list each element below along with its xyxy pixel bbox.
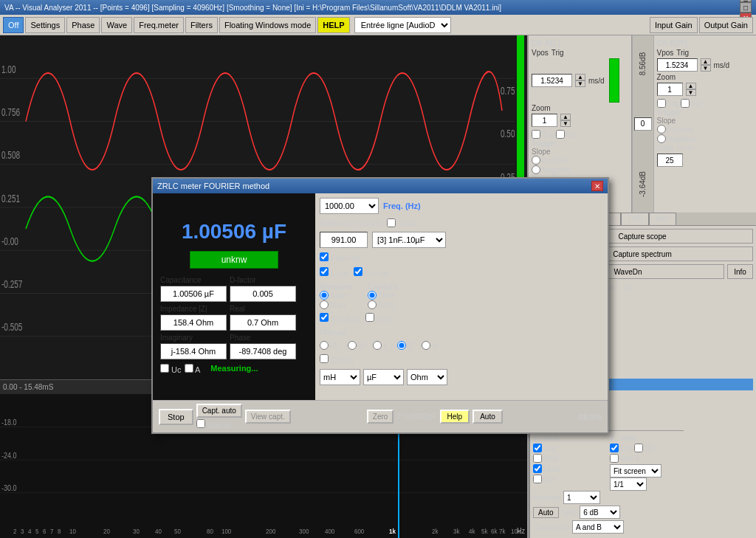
unit2-select[interactable]: µF [363, 369, 404, 385]
zrlc-display-area: 1.00506 µF unknw Capacitance D-factor Im… [153, 193, 315, 400]
zrlc-close-button[interactable]: ✕ [591, 181, 603, 191]
zero-button[interactable]: Zero [367, 410, 394, 424]
ratio-select[interactable]: 1/1 [610, 477, 647, 491]
capture-freq-radio[interactable] [368, 300, 377, 309]
chb-deltath-input[interactable] [657, 154, 683, 167]
floating-button[interactable]: Floating Windows mode [219, 17, 316, 33]
wave-button[interactable]: Wave [101, 17, 132, 33]
x-log-checkbox[interactable] [610, 444, 619, 452]
cha-ms-down[interactable]: ▼ [575, 80, 585, 87]
y-info-checkbox[interactable] [533, 475, 542, 483]
imaginary-input[interactable] [160, 343, 227, 359]
c-radio[interactable] [397, 341, 406, 350]
circuit-checkbox[interactable] [320, 354, 329, 363]
info-button[interactable]: Info [727, 264, 753, 279]
svg-text:1.00: 1.00 [1, 63, 16, 75]
chb-negative-radio[interactable] [657, 134, 666, 143]
imaginary-group: Imaginary [160, 334, 227, 359]
x-truex-checkbox[interactable] [610, 454, 619, 463]
step-select[interactable]: 6 dB [580, 506, 620, 519]
y-log-checkbox[interactable] [533, 444, 542, 452]
chb-trig-checkbox[interactable] [657, 99, 666, 108]
filter-on-checkbox[interactable] [320, 252, 329, 261]
cha-zoom-down[interactable]: ▼ [560, 120, 571, 127]
maximize-button[interactable]: □ [740, 2, 752, 13]
avg-select[interactable]: 1 [563, 491, 600, 504]
real-input[interactable] [230, 314, 296, 331]
output-gain-button[interactable]: Output Gain [699, 17, 753, 33]
tab-imd[interactable]: IMD [649, 213, 676, 225]
cha-negative-radio[interactable] [532, 165, 540, 174]
a-checkbox[interactable] [185, 364, 193, 373]
freq-select[interactable]: 1000.00 [320, 198, 379, 214]
view-capt-button[interactable]: View capt. [245, 410, 291, 424]
uc-checkbox[interactable] [160, 364, 169, 373]
help-button[interactable]: HELP [317, 17, 349, 33]
freqmeter-button[interactable]: Freq.meter [134, 17, 184, 33]
used-value: 32 [624, 283, 632, 292]
y-lines-checkbox[interactable] [533, 464, 542, 473]
ref-select[interactable]: [3] 1nF..10µF [372, 232, 446, 248]
v-radio[interactable] [422, 341, 430, 350]
cha-positive-radio[interactable] [532, 156, 540, 165]
ref-input[interactable] [320, 232, 368, 248]
chb-ms-down[interactable]: ▼ [701, 65, 711, 72]
cha-inv-checkbox[interactable] [556, 130, 565, 139]
zrlc-help-button[interactable]: Help [440, 410, 470, 424]
serpar-checkbox[interactable] [320, 313, 329, 322]
chb-inv-checkbox[interactable] [681, 99, 690, 108]
serpar-label: Ser./par. [331, 314, 361, 323]
unit1-select[interactable]: mH [320, 369, 360, 385]
measure-auto-radio[interactable] [320, 291, 329, 300]
cha-db-input[interactable] [634, 117, 652, 131]
svg-text:0.508: 0.508 [1, 150, 20, 162]
measuring-label: Measuring... [210, 364, 258, 374]
unit3-select[interactable]: Ohm [407, 369, 447, 385]
r-radio[interactable] [348, 341, 357, 350]
l-radio[interactable] [373, 341, 382, 350]
cha-zoom-input[interactable] [532, 114, 557, 127]
capture-time-radio[interactable] [368, 291, 377, 300]
input-gain-button[interactable]: Input Gain [650, 17, 698, 33]
channels-select[interactable]: A and B [572, 520, 624, 534]
loop-label-wrap: Loop [320, 267, 349, 277]
x-axis-title: X - axis [610, 434, 681, 442]
cha-ms-input[interactable] [532, 74, 572, 87]
dfactor-input[interactable] [230, 286, 296, 302]
fit-select[interactable]: Fit screen [610, 464, 662, 477]
chb-zoom-input[interactable] [657, 83, 683, 96]
step-row: Auto Step 6 dB [533, 506, 681, 519]
filters-button[interactable]: Filters [185, 17, 218, 33]
cha-ms-up[interactable]: ▲ [575, 74, 585, 80]
impedance-input[interactable] [160, 314, 227, 331]
phase-button[interactable]: Phase [66, 17, 100, 33]
input-select[interactable]: Entrée ligne [AudioD [354, 17, 451, 33]
loop-checkbox[interactable] [320, 267, 329, 276]
settings-button[interactable]: Settings [25, 17, 65, 33]
unknw-button[interactable]: unknw [190, 251, 278, 269]
hold-checkbox[interactable] [387, 218, 396, 227]
capt-auto-button[interactable]: Capt. auto [196, 404, 242, 418]
y-hold-checkbox[interactable] [533, 454, 542, 463]
cha-trig-checkbox[interactable] [532, 130, 540, 139]
capacitance-input[interactable] [160, 286, 227, 302]
chb-positive-radio[interactable] [657, 125, 666, 134]
tab-thd[interactable]: THD [621, 213, 650, 225]
chb-ms-input[interactable] [657, 58, 698, 72]
vect-checkbox[interactable] [365, 313, 374, 322]
chb-zoom-down[interactable]: ▼ [686, 89, 696, 96]
chb-zoom-up[interactable]: ▲ [686, 83, 696, 89]
svg-text:80: 80 [207, 528, 213, 536]
iz-radio[interactable] [320, 341, 329, 350]
measure-man-radio[interactable] [320, 300, 329, 309]
chb-ms-up[interactable]: ▲ [701, 58, 711, 65]
on-top-checkbox[interactable] [354, 267, 362, 276]
off-button[interactable]: Off [3, 17, 24, 33]
cha-zoom-up[interactable]: ▲ [560, 114, 571, 120]
zrlc-auto-button[interactable]: Auto [472, 410, 503, 424]
phase-input[interactable] [230, 343, 296, 359]
stop-button[interactable]: Stop [159, 409, 193, 425]
manual2-checkbox[interactable] [196, 419, 205, 428]
x-3d-checkbox[interactable] [634, 444, 643, 452]
auto-button[interactable]: Auto [533, 507, 559, 518]
